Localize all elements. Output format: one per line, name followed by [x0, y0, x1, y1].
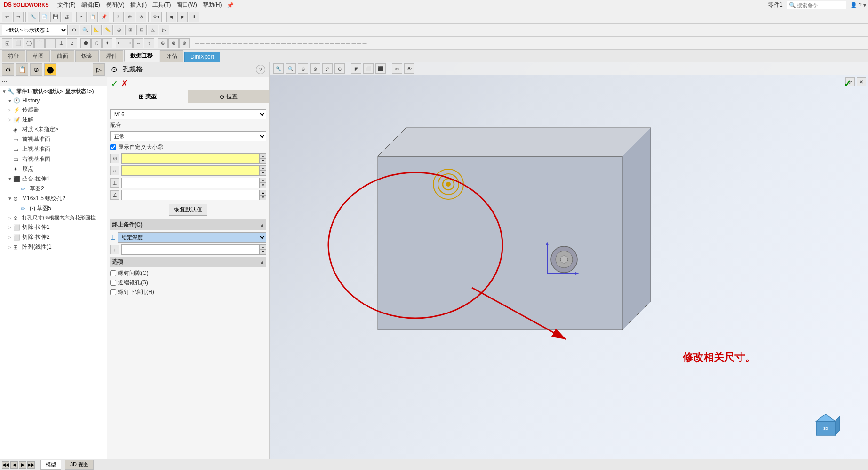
tb3-btn4[interactable]: ⌒: [34, 38, 45, 48]
menu-window[interactable]: 窗口(W): [174, 0, 200, 10]
view-cube[interactable]: 3D: [812, 412, 840, 440]
search-input[interactable]: [797, 2, 844, 8]
feature-icon-btn[interactable]: ⚙: [2, 63, 14, 76]
clearance-checkbox[interactable]: [110, 270, 116, 276]
tree-item-material[interactable]: ▷ ◈ 材质 <未指定>: [0, 125, 107, 134]
dim2-up[interactable]: ▲: [260, 165, 266, 171]
view-tb-btn6[interactable]: ⊙: [334, 63, 345, 74]
pm-help-btn[interactable]: ?: [256, 65, 265, 74]
view-tb-btn3[interactable]: ⊕: [298, 63, 308, 74]
tb1-btn13[interactable]: ◀: [166, 12, 176, 22]
view-tb-box[interactable]: ⬛: [375, 63, 386, 74]
tree-item-extrude1[interactable]: ▼ ⬛ 凸台-拉伸1: [0, 174, 107, 184]
dim4-up[interactable]: ▲: [260, 190, 266, 195]
end-condition-section-header[interactable]: 终止条件(C) ▲: [110, 219, 266, 230]
dim3-spinner[interactable]: ▲ ▼: [260, 178, 266, 188]
view-tb-shading[interactable]: ◩: [351, 63, 361, 74]
tab-surface[interactable]: 曲面: [51, 50, 74, 62]
dim3-down[interactable]: ▼: [260, 183, 266, 188]
tb1-btn1[interactable]: ↩: [2, 12, 12, 22]
tb3-btn5[interactable]: ⋯: [45, 38, 56, 48]
tb3-btn2[interactable]: ⬜: [13, 38, 23, 48]
tb1-btn8[interactable]: 📋: [88, 12, 98, 22]
tb1-btn12[interactable]: ⊗: [136, 12, 146, 22]
dim1-input[interactable]: 11.500mm: [121, 153, 260, 164]
tb3-btn16[interactable]: ⊛: [179, 38, 190, 48]
bottom-tab-3d[interactable]: 3D 视图: [65, 460, 94, 470]
tb3-btn14[interactable]: ⊕: [158, 38, 168, 48]
dim1-up[interactable]: ▲: [260, 153, 266, 158]
scroll-left-start[interactable]: ◀◀: [2, 461, 9, 469]
tb1-btn3[interactable]: 🔧: [28, 12, 38, 22]
tree-item-cut2[interactable]: ▷ ⬜ 切除-拉伸2: [0, 232, 107, 242]
view-tb-hide[interactable]: 👁: [404, 63, 414, 74]
tree-item-pattern[interactable]: ▷ ⊞ 阵列(线性)1: [0, 242, 107, 252]
display-icon-btn[interactable]: ⬤: [44, 63, 56, 76]
menu-file[interactable]: 文件(F): [55, 0, 79, 10]
tb1-btn10[interactable]: Σ: [113, 12, 124, 22]
user-icons[interactable]: 👤 ? ▾: [850, 2, 866, 8]
tb1-btn7[interactable]: ✂: [76, 12, 87, 22]
far-counterbore-checkbox[interactable]: [110, 289, 116, 295]
dim4-spinner[interactable]: ▲ ▼: [260, 190, 266, 200]
tb3-btn7[interactable]: ⊿: [67, 38, 77, 48]
tree-item-holedim[interactable]: ▷ ⊙ 打孔尺寸(%根据内六角花形圆柱: [0, 213, 107, 222]
scroll-left[interactable]: ◀: [10, 461, 18, 469]
custom-size-checkbox[interactable]: [110, 144, 116, 150]
dim2-input[interactable]: 22.000mm: [121, 165, 260, 176]
property-icon-btn[interactable]: 📋: [16, 63, 28, 76]
tb2-btn1[interactable]: ⚙: [69, 25, 79, 35]
depth-down[interactable]: ▼: [260, 250, 266, 255]
view-tb-btn1[interactable]: 🔧: [273, 63, 284, 74]
tree-item-annotation[interactable]: ▷ 📝 注解: [0, 115, 107, 125]
tb2-btn7[interactable]: ⊟: [136, 25, 147, 35]
bottom-tab-model[interactable]: 模型: [40, 460, 61, 470]
dim1-down[interactable]: ▼: [260, 158, 266, 164]
tree-root[interactable]: ▼ 🔧 零件1 (默认<<默认>_显示状态1>): [0, 86, 107, 96]
dim2-down[interactable]: ▼: [260, 171, 266, 176]
tb1-btn14[interactable]: ▶: [177, 12, 188, 22]
view-tb-wireframe[interactable]: ⬜: [363, 63, 374, 74]
tb2-btn8[interactable]: △: [148, 25, 158, 35]
dim2-spinner[interactable]: ▲ ▼: [260, 165, 266, 176]
tb3-btn3[interactable]: ◯: [24, 38, 34, 48]
scroll-right[interactable]: ▶: [19, 461, 26, 469]
pm-tab-type[interactable]: ⊞ 类型: [107, 90, 188, 103]
view-tb-section[interactable]: ✂: [392, 63, 402, 74]
tab-features[interactable]: 特征: [2, 50, 25, 62]
end-condition-select[interactable]: 给定深度: [118, 232, 266, 243]
view-tb-btn5[interactable]: 🖊: [322, 63, 333, 74]
tb1-btn15[interactable]: ⏸: [189, 12, 199, 22]
tab-weldment[interactable]: 焊件: [100, 50, 123, 62]
tb3-btn12[interactable]: ↔: [133, 38, 143, 48]
display-state-select[interactable]: <默认> 显示状态 1: [2, 25, 68, 35]
close-view-btn[interactable]: ✕: [857, 77, 866, 86]
tb2-btn4[interactable]: 📏: [103, 25, 113, 35]
tb1-smart[interactable]: ⚙▾: [151, 12, 162, 22]
tb2-btn3[interactable]: 📐: [91, 25, 102, 35]
pm-cancel-btn[interactable]: ✗: [121, 78, 128, 89]
menu-view[interactable]: 视图(V): [103, 0, 127, 10]
view-tb-btn2[interactable]: 🔍: [286, 63, 296, 74]
tree-item-origin[interactable]: ▷ ✦ 原点: [0, 164, 107, 174]
tb3-btn6[interactable]: ⊥: [56, 38, 66, 48]
tree-item-right-plane[interactable]: ▷ ▭ 右视基准面: [0, 154, 107, 164]
tb3-btn10[interactable]: ✦: [102, 38, 112, 48]
tb3-btn9[interactable]: ⬡: [91, 38, 102, 48]
search-box[interactable]: 🔍: [787, 1, 846, 9]
menu-insert[interactable]: 插入(I): [127, 0, 150, 10]
depth-input[interactable]: 20.00mm: [121, 244, 260, 255]
tree-item-m16hole[interactable]: ▼ ⊙ M16x1.5 螺纹孔2: [0, 194, 107, 204]
tree-item-sketch2[interactable]: ▷ ✏ 草图2: [0, 184, 107, 194]
menu-tools[interactable]: 工具(T): [150, 0, 174, 10]
tb3-btn8[interactable]: ⬟: [80, 38, 91, 48]
config-icon-btn[interactable]: ⊕: [30, 63, 42, 76]
scroll-right-end[interactable]: ▶▶: [27, 461, 35, 469]
tree-item-sensor[interactable]: ▷ ⚡ 传感器: [0, 105, 107, 115]
tree-item-history[interactable]: ▼ 🕐 History: [0, 96, 107, 105]
pm-tab-position[interactable]: ⊙ 位置: [188, 90, 269, 103]
tb2-btn6[interactable]: ⊞: [125, 25, 135, 35]
tb3-btn1[interactable]: ◱: [2, 38, 12, 48]
pm-ok-btn[interactable]: ✓: [111, 78, 118, 89]
tb1-btn6[interactable]: 🖨: [62, 12, 72, 22]
